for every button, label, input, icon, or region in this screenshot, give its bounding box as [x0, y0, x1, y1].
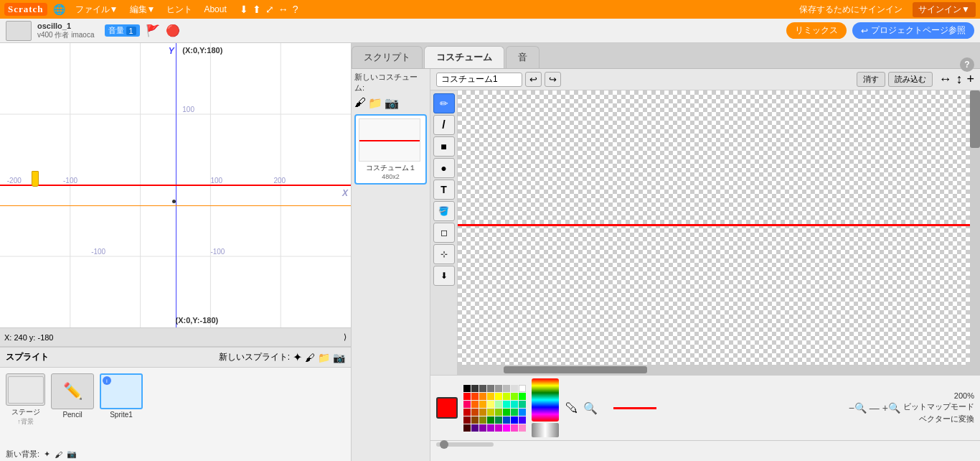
- color-gray1[interactable]: [487, 385, 494, 392]
- globe-icon[interactable]: 🌐: [50, 2, 68, 17]
- color-orange-red[interactable]: [471, 393, 479, 400]
- bitmap-mode-button[interactable]: ビットマップモード: [903, 401, 974, 412]
- resize-icon[interactable]: ↔: [278, 4, 288, 15]
- add-icon[interactable]: +: [966, 72, 974, 87]
- color-black[interactable]: [463, 385, 471, 392]
- tab-costume[interactable]: コスチューム: [424, 46, 504, 68]
- new-bg-brush-icon[interactable]: 🖌: [55, 450, 62, 459]
- color-yellow-green[interactable]: [503, 393, 510, 400]
- new-bg-star-icon[interactable]: ✦: [44, 450, 50, 459]
- color-dark-green[interactable]: [503, 409, 510, 416]
- undo-button[interactable]: ↩: [525, 72, 542, 87]
- color-lt-pink[interactable]: [519, 424, 526, 432]
- costume-name-input[interactable]: [436, 73, 522, 87]
- new-sprite-upload-icon[interactable]: 📁: [318, 352, 330, 363]
- line-tool-btn[interactable]: /: [433, 115, 455, 135]
- stamp-tool-btn[interactable]: ⬇: [433, 266, 455, 286]
- stage-area[interactable]: (X:0,Y:180) (X:0,Y:-180) Y X 100 -200 -1…: [0, 43, 351, 327]
- color-gray3[interactable]: [503, 385, 510, 392]
- color-red[interactable]: [463, 393, 471, 400]
- eyedropper-tool[interactable]: 🖊: [565, 401, 578, 416]
- saturation-bar[interactable]: [532, 423, 559, 437]
- fill-tool-btn[interactable]: 🪣: [433, 201, 455, 221]
- color-emerald[interactable]: [519, 401, 526, 408]
- color-amber2[interactable]: [479, 401, 486, 408]
- color-blue[interactable]: [519, 409, 526, 416]
- pencil-sprite-item[interactable]: ✏️ Pencil: [51, 373, 94, 419]
- color-gray2[interactable]: [495, 385, 502, 392]
- project-page-button[interactable]: ↩ プロジェクトページ参照: [852, 22, 974, 39]
- flip-h-icon[interactable]: ↔: [938, 72, 951, 87]
- color-dk-maroon[interactable]: [463, 424, 471, 432]
- color-forest[interactable]: [487, 416, 494, 424]
- upload-icon[interactable]: ⬆: [253, 4, 261, 15]
- edit-menu[interactable]: 編集▼: [126, 2, 160, 17]
- zoom-out-button[interactable]: −🔍: [849, 402, 867, 414]
- stop-button[interactable]: 🔴: [166, 24, 180, 37]
- tab-sound[interactable]: 音: [506, 46, 540, 68]
- color-amber[interactable]: [487, 393, 494, 400]
- color-dark1[interactable]: [471, 385, 479, 392]
- vector-convert-button[interactable]: ベクターに変換: [919, 414, 974, 424]
- select-tool-btn[interactable]: ⊹: [433, 244, 455, 264]
- green-flag-button[interactable]: 🚩: [146, 24, 160, 37]
- fullscreen-icon[interactable]: ⤢: [265, 4, 274, 15]
- color-dark-lime[interactable]: [495, 409, 502, 416]
- new-sprite-brush-icon[interactable]: 🖌: [305, 352, 315, 363]
- save-signin-btn[interactable]: 保存するためにサインイン: [795, 2, 907, 17]
- color-medium-green[interactable]: [511, 409, 518, 416]
- color-spectrum[interactable]: [532, 378, 559, 422]
- circle-tool-btn[interactable]: ●: [433, 158, 455, 178]
- eyedropper2-tool[interactable]: 🔍: [583, 401, 598, 415]
- color-green-yellow[interactable]: [511, 393, 518, 400]
- color-maroon[interactable]: [463, 416, 471, 424]
- color-orange2[interactable]: [471, 401, 479, 408]
- new-costume-brush-icon[interactable]: 🖌: [354, 96, 366, 110]
- color-gray4[interactable]: [511, 385, 518, 392]
- color-teal[interactable]: [511, 401, 518, 408]
- canvas-scrollbar-horizontal[interactable]: [458, 365, 970, 375]
- canvas-scrollbar-v-thumb[interactable]: [970, 90, 980, 148]
- new-sprite-camera-icon[interactable]: 📷: [333, 352, 345, 363]
- help-button[interactable]: ?: [960, 57, 974, 72]
- zoom-reset-button[interactable]: —: [870, 402, 880, 414]
- color-orange[interactable]: [479, 393, 486, 400]
- help-icon[interactable]: ?: [293, 4, 298, 15]
- brush-tool-btn[interactable]: ✏: [433, 93, 455, 113]
- download-icon[interactable]: ⬇: [240, 4, 248, 15]
- color-fuchsia[interactable]: [503, 424, 510, 432]
- remix-button[interactable]: リミックス: [786, 22, 847, 39]
- color-lt-yellow[interactable]: [487, 401, 494, 408]
- eraser-tool-btn[interactable]: ◻: [433, 223, 455, 243]
- redo-button[interactable]: ↪: [545, 72, 561, 87]
- color-indigo[interactable]: [519, 416, 526, 424]
- color-brown[interactable]: [471, 409, 479, 416]
- hints-menu[interactable]: ヒント: [162, 2, 197, 17]
- color-violet[interactable]: [479, 424, 486, 432]
- color-purple[interactable]: [471, 424, 479, 432]
- costume-item-1[interactable]: コスチューム１ 480x2: [354, 114, 427, 185]
- color-pink-magenta[interactable]: [495, 424, 502, 432]
- color-magenta[interactable]: [487, 424, 494, 432]
- sprite-info-dot[interactable]: i: [103, 376, 111, 385]
- color-dk-olive[interactable]: [479, 416, 486, 424]
- color-white[interactable]: [519, 385, 526, 392]
- new-costume-camera-icon[interactable]: 📷: [385, 96, 399, 110]
- expand-icon[interactable]: ⟩: [344, 332, 347, 342]
- sprite1-item[interactable]: i Sprite1: [100, 373, 143, 419]
- signin-button[interactable]: サインイン▼: [913, 2, 976, 17]
- new-bg-camera-icon[interactable]: 📷: [67, 450, 77, 459]
- flip-v-icon[interactable]: ↕: [956, 72, 962, 87]
- color-rose[interactable]: [463, 401, 471, 408]
- color-hot-pink[interactable]: [511, 424, 518, 432]
- color-dark-red[interactable]: [463, 409, 471, 416]
- load-costume-button[interactable]: 読み込む: [888, 72, 933, 87]
- thickness-slider[interactable]: [436, 442, 494, 447]
- color-swatch-red[interactable]: [436, 397, 458, 419]
- new-sprite-star-icon[interactable]: ✦: [293, 350, 302, 364]
- color-cyan-green[interactable]: [503, 401, 510, 408]
- color-olive[interactable]: [487, 409, 494, 416]
- color-dark2[interactable]: [479, 385, 486, 392]
- rect-fill-tool-btn[interactable]: ■: [433, 136, 455, 157]
- color-yellow[interactable]: [495, 393, 502, 400]
